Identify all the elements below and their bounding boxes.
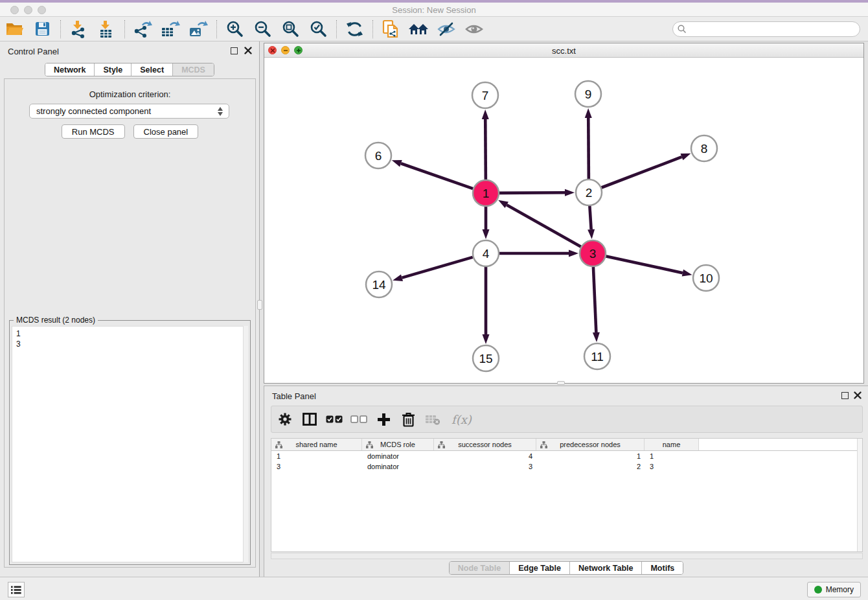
- zoom-fit-icon[interactable]: [279, 18, 301, 40]
- tab-edge-table[interactable]: Edge Table: [509, 562, 569, 574]
- cell-predecessor-nodes[interactable]: 1: [536, 451, 645, 461]
- table-settings-icon[interactable]: [277, 411, 293, 428]
- home-view-icon[interactable]: [407, 18, 429, 40]
- search-field[interactable]: [672, 21, 860, 37]
- tab-network-table[interactable]: Network Table: [569, 562, 642, 574]
- mcds-result-scrollbar[interactable]: [243, 326, 248, 562]
- edge-3-11[interactable]: [593, 267, 600, 342]
- refresh-view-icon[interactable]: [343, 18, 365, 40]
- node-3[interactable]: 3: [580, 240, 606, 266]
- splitter-grip[interactable]: [557, 381, 565, 385]
- node-8[interactable]: 8: [691, 135, 717, 161]
- edge-3-10[interactable]: [606, 256, 692, 276]
- network-window-title: scc.txt: [264, 46, 863, 56]
- column-header-successor-nodes[interactable]: successor nodes: [434, 439, 536, 450]
- float-panel-icon[interactable]: [841, 392, 849, 399]
- column-header-predecessor-nodes[interactable]: predecessor nodes: [536, 439, 645, 450]
- deselect-all-checkboxes-icon[interactable]: [350, 411, 367, 428]
- table-scrollbar[interactable]: [857, 439, 862, 551]
- node-6[interactable]: 6: [365, 143, 391, 168]
- node-11[interactable]: 11: [584, 343, 610, 369]
- tab-select[interactable]: Select: [131, 63, 172, 76]
- network-canvas[interactable]: 7968124314101511: [264, 58, 863, 383]
- splitter-grip[interactable]: [257, 300, 262, 310]
- cell-name[interactable]: 1: [645, 451, 699, 461]
- mcds-result-title: MCDS result (2 nodes): [14, 316, 98, 325]
- task-history-button[interactable]: [8, 582, 25, 597]
- table-horizontal-scrollbar[interactable]: [271, 553, 863, 559]
- close-panel-icon[interactable]: [854, 391, 862, 399]
- node-15[interactable]: 15: [473, 345, 499, 371]
- tab-motifs[interactable]: Motifs: [641, 562, 683, 574]
- cell-predecessor-nodes[interactable]: 2: [536, 461, 645, 472]
- edge-2-9[interactable]: [585, 108, 592, 179]
- close-panel-icon[interactable]: [244, 47, 252, 54]
- apply-function-icon: f(x): [451, 413, 472, 426]
- memory-button[interactable]: Memory: [807, 582, 861, 597]
- edge-1-2[interactable]: [499, 189, 575, 196]
- export-network-icon[interactable]: [131, 18, 154, 40]
- table-header-row: shared nameMCDS rolesuccessor nodesprede…: [271, 439, 862, 451]
- close-panel-button[interactable]: Close panel: [133, 124, 199, 139]
- run-mcds-button[interactable]: Run MCDS: [62, 124, 125, 139]
- hide-annotations-icon[interactable]: [435, 18, 457, 40]
- column-header-shared-name[interactable]: shared name: [271, 439, 362, 450]
- edge-3-1[interactable]: [498, 200, 581, 247]
- node-9[interactable]: 9: [575, 81, 601, 107]
- mcds-result-text[interactable]: 1 3: [12, 326, 248, 562]
- edge-4-3[interactable]: [499, 250, 578, 257]
- show-annotations-icon[interactable]: [463, 18, 485, 40]
- import-network-icon[interactable]: [67, 18, 89, 40]
- node-2[interactable]: 2: [576, 179, 602, 205]
- column-header-name[interactable]: name: [645, 439, 699, 450]
- toolbar-separator: [60, 20, 61, 38]
- export-image-icon[interactable]: [187, 18, 209, 40]
- cell-mcds-role[interactable]: dominator: [362, 451, 434, 461]
- add-column-icon[interactable]: [375, 411, 392, 428]
- column-header-mcds-role[interactable]: MCDS role: [362, 439, 434, 450]
- node-4[interactable]: 4: [473, 240, 499, 266]
- edge-4-15[interactable]: [483, 267, 490, 344]
- cell-name[interactable]: 3: [645, 461, 699, 472]
- edge-2-8[interactable]: [602, 154, 691, 188]
- cell-successor-nodes[interactable]: 3: [434, 461, 536, 472]
- cell-mcds-role[interactable]: dominator: [362, 461, 434, 472]
- node-7[interactable]: 7: [472, 82, 498, 108]
- node-10[interactable]: 10: [693, 265, 719, 291]
- zoom-out-icon[interactable]: [251, 18, 273, 40]
- node-1[interactable]: 1: [473, 180, 499, 206]
- network-graph[interactable]: 7968124314101511: [264, 58, 863, 383]
- edge-1-6[interactable]: [392, 160, 473, 189]
- delete-column-icon[interactable]: [400, 411, 417, 428]
- network-window-titlebar[interactable]: scc.txt: [264, 43, 863, 58]
- edge-1-4[interactable]: [483, 207, 490, 239]
- table-row[interactable]: 1dominator411: [271, 451, 862, 461]
- search-input[interactable]: [672, 21, 860, 37]
- zoom-selected-icon[interactable]: [307, 18, 329, 40]
- cell-shared-name[interactable]: 1: [271, 451, 362, 461]
- save-session-icon[interactable]: [31, 18, 53, 40]
- tab-style[interactable]: Style: [94, 63, 131, 76]
- export-table-icon[interactable]: [159, 18, 181, 40]
- edge-4-14[interactable]: [393, 257, 473, 281]
- optimization-criterion-dropdown[interactable]: strongly connected component: [29, 104, 229, 119]
- cell-shared-name[interactable]: 3: [271, 461, 362, 472]
- tab-mcds[interactable]: MCDS: [172, 63, 214, 76]
- edge-1-7[interactable]: [482, 110, 489, 179]
- import-table-icon[interactable]: [95, 18, 117, 40]
- select-all-checkboxes-icon[interactable]: [326, 411, 343, 428]
- clone-network-icon[interactable]: [380, 18, 402, 40]
- tab-network[interactable]: Network: [45, 63, 94, 76]
- edge-2-3[interactable]: [588, 206, 595, 239]
- cell-successor-nodes[interactable]: 4: [434, 451, 536, 461]
- control-panel-title: Control Panel: [8, 47, 59, 56]
- node-table[interactable]: shared nameMCDS rolesuccessor nodesprede…: [271, 438, 863, 552]
- float-panel-icon[interactable]: [231, 47, 238, 54]
- split-view-icon[interactable]: [301, 411, 318, 428]
- node-14[interactable]: 14: [366, 271, 392, 297]
- open-session-icon[interactable]: [3, 18, 25, 40]
- main-toolbar: [0, 17, 868, 41]
- tab-node-table[interactable]: Node Table: [450, 562, 509, 574]
- zoom-in-icon[interactable]: [223, 18, 246, 40]
- table-row[interactable]: 3dominator323: [271, 461, 862, 472]
